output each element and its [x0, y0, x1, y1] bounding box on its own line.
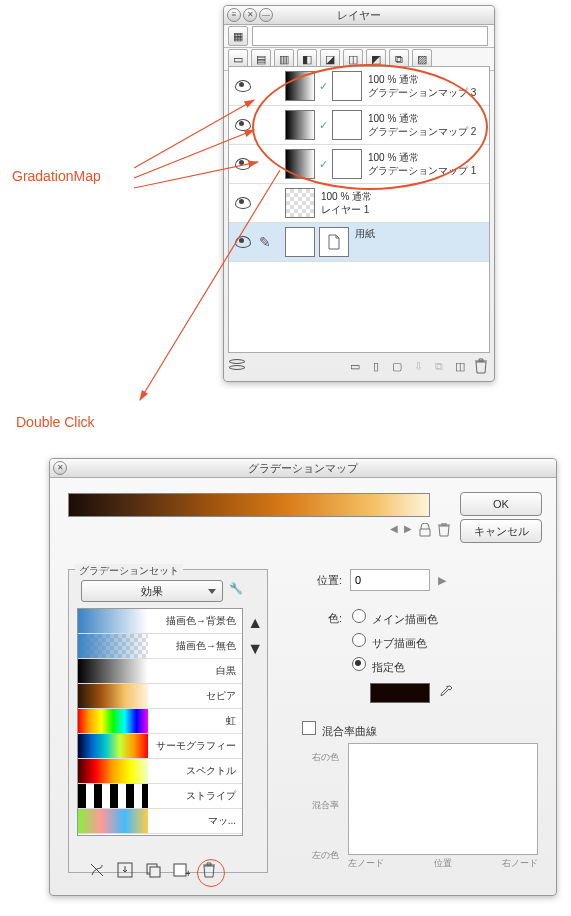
- transfer-down-icon[interactable]: ⇩: [409, 357, 427, 375]
- new-gradient-icon[interactable]: +: [171, 860, 191, 880]
- new-raster-layer-icon[interactable]: ▭: [346, 357, 364, 375]
- no-gradient-icon[interactable]: [87, 860, 107, 880]
- preset-item[interactable]: セピア: [78, 684, 242, 709]
- radio-sub-color[interactable]: サブ描画色: [352, 633, 454, 651]
- new-folder-icon[interactable]: ▢: [388, 357, 406, 375]
- position-input[interactable]: [350, 569, 430, 591]
- eye-icon[interactable]: [235, 158, 251, 170]
- lock-icon[interactable]: [418, 523, 432, 539]
- gradient-set-field: グラデーションセット 効果 🔧 ▲ ▼ 描画色→背景色 描画色→無色 白黒 セピ…: [68, 569, 268, 889]
- blend-mode-field[interactable]: [252, 26, 488, 46]
- annotation-doubleclick: Double Click: [16, 414, 95, 430]
- wrench-icon[interactable]: 🔧: [229, 582, 243, 595]
- annotation-ellipse: [252, 64, 488, 190]
- new-vector-layer-icon[interactable]: ▯: [367, 357, 385, 375]
- preset-item[interactable]: 描画色→無色: [78, 634, 242, 659]
- move-up-icon[interactable]: ▲: [247, 614, 263, 632]
- layer-name: 用紙: [355, 227, 489, 241]
- layer-panel-footer: ▭ ▯ ▢ ⇩ ⧉ ◫: [228, 355, 490, 377]
- combine-icon[interactable]: ◫: [451, 357, 469, 375]
- radio-specified-color[interactable]: 指定色: [352, 657, 454, 675]
- svg-rect-2: [150, 867, 160, 877]
- layer-panel-title: レイヤー: [224, 8, 494, 23]
- duplicate-icon[interactable]: [143, 860, 163, 880]
- axis-right-color: 右の色: [312, 751, 339, 764]
- gradient-set-legend: グラデーションセット: [75, 564, 183, 578]
- stepper-icon[interactable]: ▶: [438, 574, 446, 587]
- gradient-bar[interactable]: [68, 493, 430, 517]
- eye-icon[interactable]: [235, 197, 251, 209]
- color-swatch[interactable]: [370, 683, 430, 703]
- layer-thumb-checker[interactable]: [285, 188, 315, 218]
- preset-item[interactable]: ストライプ: [78, 784, 242, 809]
- preset-list[interactable]: 描画色→背景色 描画色→無色 白黒 セピア 虹 サーモグラフィー スペクトル ス…: [77, 608, 243, 836]
- layer-row-selected[interactable]: ✎ 用紙: [229, 223, 489, 262]
- layer-panel-titlebar[interactable]: ≡ ✕ — レイヤー: [224, 6, 494, 25]
- prev-stop-icon[interactable]: ◀: [390, 523, 398, 539]
- layer-scroll-icon[interactable]: [228, 357, 246, 375]
- curve-box[interactable]: [348, 743, 538, 855]
- axis-pos: 位置: [434, 857, 452, 870]
- pen-icon: ✎: [259, 234, 271, 250]
- cancel-button[interactable]: キャンセル: [460, 519, 542, 543]
- layer-blend-toolbar: ▦: [224, 25, 494, 48]
- delete-layer-icon[interactable]: [472, 357, 490, 375]
- color-label: 色:: [302, 609, 342, 703]
- merge-down-icon[interactable]: ⧉: [430, 357, 448, 375]
- eyedropper-icon[interactable]: [438, 684, 454, 702]
- layer-thumb-paper[interactable]: [285, 227, 315, 257]
- axis-left-node: 左ノード: [348, 857, 384, 870]
- position-label: 位置:: [302, 573, 342, 588]
- gradient-stop-controls: ◀ ▶: [390, 523, 450, 539]
- eye-icon[interactable]: [235, 236, 251, 248]
- dialog-title: グラデーションマップ: [50, 461, 556, 476]
- layer-opacity: 100 % 通常: [321, 190, 489, 204]
- dialog-titlebar[interactable]: ✕ グラデーションマップ: [50, 459, 556, 478]
- dialog-right-controls: 位置: ▶ 色: メイン描画色 サブ描画色 指定色 混合率曲線: [302, 569, 542, 870]
- gradient-set-combo[interactable]: 効果: [81, 580, 223, 602]
- annotation-gradationmap: GradationMap: [12, 168, 101, 184]
- eye-icon[interactable]: [235, 80, 251, 92]
- axis-right-node: 右ノード: [502, 857, 538, 870]
- layer-name: レイヤー 1: [321, 203, 489, 217]
- layer-row[interactable]: 100 % 通常レイヤー 1: [229, 184, 489, 223]
- blend-mode-icon[interactable]: ▦: [228, 26, 248, 46]
- axis-left-color: 左の色: [312, 849, 339, 862]
- preset-item[interactable]: マッ...: [78, 809, 242, 834]
- ok-button[interactable]: OK: [460, 492, 542, 516]
- layer-thumb-doc[interactable]: [319, 227, 349, 257]
- delete-stop-icon[interactable]: [438, 523, 450, 539]
- eye-icon[interactable]: [235, 119, 251, 131]
- axis-mix: 混合率: [312, 799, 339, 812]
- import-icon[interactable]: [115, 860, 135, 880]
- svg-text:+: +: [185, 867, 190, 879]
- preset-item[interactable]: 虹: [78, 709, 242, 734]
- annotation-circle-new: [197, 859, 225, 887]
- preset-item[interactable]: 描画色→背景色: [78, 609, 242, 634]
- gradation-map-dialog: ✕ グラデーションマップ OK キャンセル ◀ ▶ グラデーションセット 効果 …: [49, 458, 557, 896]
- mixrate-checkbox[interactable]: 混合率曲線: [302, 725, 377, 737]
- radio-main-color[interactable]: メイン描画色: [352, 609, 454, 627]
- layer-panel: ≡ ✕ — レイヤー ▦ ▭ ▤ ▥ ◧ ◪ ◫ ◩ ⧉ ▨ ✓ 100 % 通…: [223, 5, 495, 382]
- preset-item[interactable]: 白黒: [78, 659, 242, 684]
- preset-item[interactable]: スペクトル: [78, 759, 242, 784]
- move-down-icon[interactable]: ▼: [247, 640, 263, 658]
- preset-item[interactable]: サーモグラフィー: [78, 734, 242, 759]
- next-stop-icon[interactable]: ▶: [404, 523, 412, 539]
